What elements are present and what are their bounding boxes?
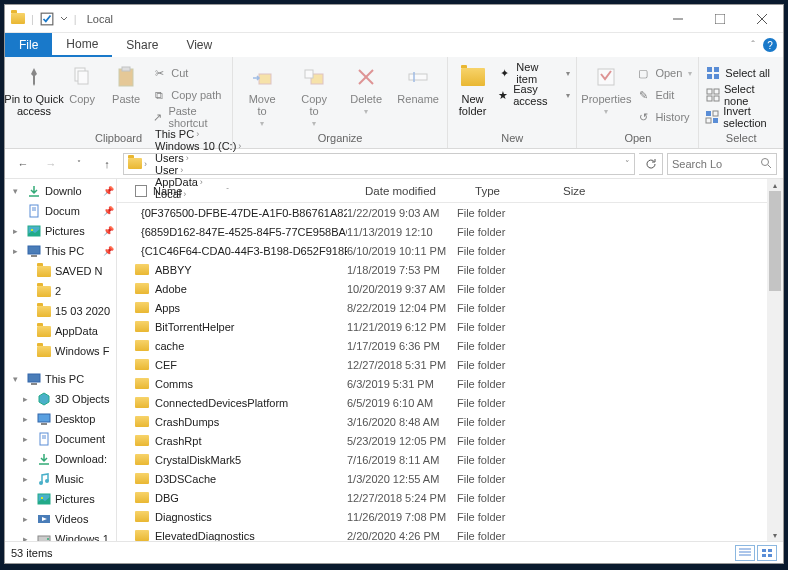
file-row[interactable]: ConnectedDevicesPlatform6/5/2019 6:10 AM… — [117, 393, 783, 412]
search-input[interactable] — [672, 158, 742, 170]
file-row[interactable]: Apps8/22/2019 12:04 PMFile folder — [117, 298, 783, 317]
paste-shortcut-button[interactable]: ↗Paste shortcut — [151, 107, 226, 127]
tree-item[interactable]: AppData — [5, 321, 116, 341]
address-dropdown-icon[interactable]: ˅ — [621, 159, 634, 169]
invert-selection-button[interactable]: Invert selection — [705, 107, 777, 127]
history-button[interactable]: ↺History — [635, 107, 692, 127]
expand-icon[interactable]: ▸ — [23, 454, 33, 464]
forward-button[interactable]: → — [39, 152, 63, 176]
expand-icon[interactable]: ▸ — [23, 494, 33, 504]
tree-item[interactable]: Docum📌 — [5, 201, 116, 221]
tree-item[interactable]: ▾This PC — [5, 369, 116, 389]
copy-path-button[interactable]: ⧉Copy path — [151, 85, 226, 105]
select-all-button[interactable]: Select all — [705, 63, 777, 83]
breadcrumb-item[interactable]: This PC› — [151, 128, 245, 140]
copy-button[interactable]: Copy — [63, 59, 101, 105]
rename-button[interactable]: Rename — [395, 59, 441, 105]
move-to-button[interactable]: Move to▾ — [239, 59, 285, 128]
up-button[interactable]: ↑ — [95, 152, 119, 176]
cut-button[interactable]: ✂Cut — [151, 63, 226, 83]
search-box[interactable] — [667, 153, 777, 175]
scrollbar[interactable]: ▴ ▾ — [767, 179, 783, 541]
edit-button[interactable]: ✎Edit — [635, 85, 692, 105]
view-large-icon[interactable] — [757, 545, 777, 561]
maximize-button[interactable] — [699, 5, 741, 33]
checkbox-icon[interactable] — [40, 12, 54, 26]
close-button[interactable] — [741, 5, 783, 33]
column-date[interactable]: Date modified — [365, 185, 475, 197]
column-name[interactable]: Nameˆ — [153, 185, 365, 197]
tree-item[interactable]: SAVED N — [5, 261, 116, 281]
expand-icon[interactable]: ▸ — [23, 394, 33, 404]
tree-item[interactable]: ▸Windows 1 — [5, 529, 116, 541]
easy-access-button[interactable]: ★Easy access▾ — [497, 85, 570, 105]
tree-item[interactable]: ▾Downlo📌 — [5, 181, 116, 201]
expand-icon[interactable]: ▸ — [23, 534, 33, 541]
address-bar[interactable]: › This PC›Windows 10 (C:)›Users›User›App… — [123, 153, 635, 175]
tree-item[interactable]: ▸Download: — [5, 449, 116, 469]
minimize-button[interactable] — [657, 5, 699, 33]
expand-icon[interactable]: ▸ — [23, 514, 33, 524]
file-row[interactable]: BitTorrentHelper11/21/2019 6:12 PMFile f… — [117, 317, 783, 336]
paste-button[interactable]: Paste — [107, 59, 145, 105]
tab-share[interactable]: Share — [112, 33, 172, 57]
expand-icon[interactable]: ▸ — [23, 434, 33, 444]
back-button[interactable]: ← — [11, 152, 35, 176]
file-row[interactable]: DBG12/27/2018 5:24 PMFile folder — [117, 488, 783, 507]
file-row[interactable]: {C1C46F64-CDA0-44F3-B198-D652F918E46/10/… — [117, 241, 783, 260]
new-folder-button[interactable]: New folder — [454, 59, 491, 117]
tree-item[interactable]: ▸Document — [5, 429, 116, 449]
tab-view[interactable]: View — [172, 33, 226, 57]
qat-menu-caret-icon[interactable] — [60, 15, 68, 23]
expand-icon[interactable]: ▾ — [13, 186, 23, 196]
view-details-icon[interactable] — [735, 545, 755, 561]
refresh-button[interactable] — [639, 153, 663, 175]
tree-item[interactable]: ▸Videos — [5, 509, 116, 529]
expand-icon[interactable]: ▸ — [23, 474, 33, 484]
file-row[interactable]: ABBYY1/18/2019 7:53 PMFile folder — [117, 260, 783, 279]
tree-item[interactable]: ▸Pictures📌 — [5, 221, 116, 241]
tree-item[interactable]: ▸This PC📌 — [5, 241, 116, 261]
new-item-button[interactable]: ✦New item▾ — [497, 63, 570, 83]
column-type[interactable]: Type — [475, 185, 563, 197]
file-row[interactable]: D3DSCache1/3/2020 12:55 AMFile folder — [117, 469, 783, 488]
file-row[interactable]: {0F376500-DFBE-47DE-A1F0-B86761A82B1/22/… — [117, 203, 783, 222]
expand-icon[interactable]: ▾ — [13, 374, 23, 384]
pin-quick-access-button[interactable]: Pin to Quick access — [11, 59, 57, 117]
delete-button[interactable]: Delete▾ — [343, 59, 389, 116]
select-all-checkbox[interactable] — [135, 185, 147, 197]
tree-item[interactable]: Windows F — [5, 341, 116, 361]
file-row[interactable]: Adobe10/20/2019 9:37 AMFile folder — [117, 279, 783, 298]
select-none-button[interactable]: Select none — [705, 85, 777, 105]
file-row[interactable]: Comms6/3/2019 5:31 PMFile folder — [117, 374, 783, 393]
file-row[interactable]: CrystalDiskMark57/16/2019 8:11 AMFile fo… — [117, 450, 783, 469]
breadcrumb-root-icon[interactable]: › — [124, 154, 151, 174]
file-row[interactable]: CEF12/27/2018 5:31 PMFile folder — [117, 355, 783, 374]
breadcrumb-item[interactable]: Users› — [151, 152, 245, 164]
scroll-thumb[interactable] — [769, 191, 781, 291]
properties-button[interactable]: Properties▾ — [583, 59, 629, 116]
tab-file[interactable]: File — [5, 33, 52, 57]
help-icon[interactable]: ? — [763, 38, 777, 52]
column-size[interactable]: Size — [563, 185, 783, 197]
file-row[interactable]: ElevatedDiagnostics2/20/2020 4:26 PMFile… — [117, 526, 783, 541]
expand-icon[interactable]: ▸ — [23, 414, 33, 424]
file-row[interactable]: CrashRpt5/23/2019 12:05 PMFile folder — [117, 431, 783, 450]
tree-item[interactable]: ▸Desktop — [5, 409, 116, 429]
file-row[interactable]: CrashDumps3/16/2020 8:48 AMFile folder — [117, 412, 783, 431]
nav-tree[interactable]: ▾Downlo📌Docum📌▸Pictures📌▸This PC📌SAVED N… — [5, 179, 117, 541]
file-row[interactable]: {6859D162-847E-4525-84F5-77CE958BAC11/13… — [117, 222, 783, 241]
expand-icon[interactable]: ▸ — [13, 246, 23, 256]
file-row[interactable]: cache1/17/2019 6:36 PMFile folder — [117, 336, 783, 355]
breadcrumb-item[interactable]: User› — [151, 164, 245, 176]
file-row[interactable]: Diagnostics11/26/2019 7:08 PMFile folder — [117, 507, 783, 526]
expand-icon[interactable]: ▸ — [13, 226, 23, 236]
open-button[interactable]: ▢Open▾ — [635, 63, 692, 83]
tree-item[interactable]: ▸Music — [5, 469, 116, 489]
ribbon-collapse-icon[interactable]: ˆ — [751, 39, 755, 51]
tree-item[interactable]: ▸Pictures — [5, 489, 116, 509]
copy-to-button[interactable]: Copy to▾ — [291, 59, 337, 128]
scroll-down-icon[interactable]: ▾ — [767, 529, 783, 541]
tree-item[interactable]: ▸3D Objects — [5, 389, 116, 409]
recent-menu-caret-icon[interactable]: ˅ — [67, 152, 91, 176]
